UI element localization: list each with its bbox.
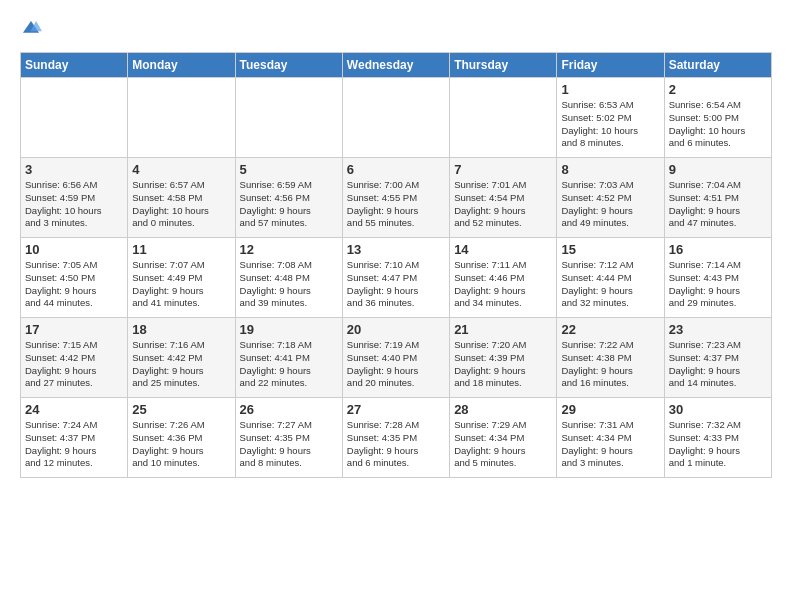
logo: [20, 18, 46, 40]
day-info: Sunrise: 7:05 AM Sunset: 4:50 PM Dayligh…: [25, 259, 123, 310]
day-number: 10: [25, 242, 123, 257]
day-number: 19: [240, 322, 338, 337]
day-info: Sunrise: 7:16 AM Sunset: 4:42 PM Dayligh…: [132, 339, 230, 390]
day-cell: 15Sunrise: 7:12 AM Sunset: 4:44 PM Dayli…: [557, 238, 664, 318]
header-saturday: Saturday: [664, 53, 771, 78]
day-info: Sunrise: 6:57 AM Sunset: 4:58 PM Dayligh…: [132, 179, 230, 230]
day-number: 30: [669, 402, 767, 417]
day-info: Sunrise: 6:56 AM Sunset: 4:59 PM Dayligh…: [25, 179, 123, 230]
day-number: 15: [561, 242, 659, 257]
day-info: Sunrise: 7:20 AM Sunset: 4:39 PM Dayligh…: [454, 339, 552, 390]
header-row: SundayMondayTuesdayWednesdayThursdayFrid…: [21, 53, 772, 78]
day-cell: [21, 78, 128, 158]
day-number: 29: [561, 402, 659, 417]
header-sunday: Sunday: [21, 53, 128, 78]
day-number: 16: [669, 242, 767, 257]
day-cell: 12Sunrise: 7:08 AM Sunset: 4:48 PM Dayli…: [235, 238, 342, 318]
day-info: Sunrise: 6:53 AM Sunset: 5:02 PM Dayligh…: [561, 99, 659, 150]
week-row-0: 1Sunrise: 6:53 AM Sunset: 5:02 PM Daylig…: [21, 78, 772, 158]
day-info: Sunrise: 7:27 AM Sunset: 4:35 PM Dayligh…: [240, 419, 338, 470]
day-cell: 26Sunrise: 7:27 AM Sunset: 4:35 PM Dayli…: [235, 398, 342, 478]
day-number: 17: [25, 322, 123, 337]
day-cell: 21Sunrise: 7:20 AM Sunset: 4:39 PM Dayli…: [450, 318, 557, 398]
day-cell: [450, 78, 557, 158]
day-info: Sunrise: 7:18 AM Sunset: 4:41 PM Dayligh…: [240, 339, 338, 390]
day-number: 13: [347, 242, 445, 257]
day-number: 22: [561, 322, 659, 337]
day-cell: 6Sunrise: 7:00 AM Sunset: 4:55 PM Daylig…: [342, 158, 449, 238]
header-thursday: Thursday: [450, 53, 557, 78]
week-row-4: 24Sunrise: 7:24 AM Sunset: 4:37 PM Dayli…: [21, 398, 772, 478]
day-info: Sunrise: 6:59 AM Sunset: 4:56 PM Dayligh…: [240, 179, 338, 230]
day-cell: 10Sunrise: 7:05 AM Sunset: 4:50 PM Dayli…: [21, 238, 128, 318]
day-cell: 9Sunrise: 7:04 AM Sunset: 4:51 PM Daylig…: [664, 158, 771, 238]
day-info: Sunrise: 7:11 AM Sunset: 4:46 PM Dayligh…: [454, 259, 552, 310]
header-tuesday: Tuesday: [235, 53, 342, 78]
day-number: 18: [132, 322, 230, 337]
day-cell: 24Sunrise: 7:24 AM Sunset: 4:37 PM Dayli…: [21, 398, 128, 478]
day-cell: 8Sunrise: 7:03 AM Sunset: 4:52 PM Daylig…: [557, 158, 664, 238]
calendar-body: 1Sunrise: 6:53 AM Sunset: 5:02 PM Daylig…: [21, 78, 772, 478]
day-info: Sunrise: 7:26 AM Sunset: 4:36 PM Dayligh…: [132, 419, 230, 470]
day-cell: 23Sunrise: 7:23 AM Sunset: 4:37 PM Dayli…: [664, 318, 771, 398]
day-number: 4: [132, 162, 230, 177]
day-number: 2: [669, 82, 767, 97]
day-cell: [128, 78, 235, 158]
week-row-3: 17Sunrise: 7:15 AM Sunset: 4:42 PM Dayli…: [21, 318, 772, 398]
logo-icon: [20, 18, 42, 40]
day-number: 1: [561, 82, 659, 97]
day-info: Sunrise: 7:03 AM Sunset: 4:52 PM Dayligh…: [561, 179, 659, 230]
week-row-2: 10Sunrise: 7:05 AM Sunset: 4:50 PM Dayli…: [21, 238, 772, 318]
day-info: Sunrise: 7:07 AM Sunset: 4:49 PM Dayligh…: [132, 259, 230, 310]
day-info: Sunrise: 7:31 AM Sunset: 4:34 PM Dayligh…: [561, 419, 659, 470]
day-info: Sunrise: 7:14 AM Sunset: 4:43 PM Dayligh…: [669, 259, 767, 310]
day-cell: 11Sunrise: 7:07 AM Sunset: 4:49 PM Dayli…: [128, 238, 235, 318]
day-number: 25: [132, 402, 230, 417]
header: [20, 18, 772, 40]
day-cell: 4Sunrise: 6:57 AM Sunset: 4:58 PM Daylig…: [128, 158, 235, 238]
day-number: 24: [25, 402, 123, 417]
calendar: SundayMondayTuesdayWednesdayThursdayFrid…: [20, 52, 772, 478]
day-number: 14: [454, 242, 552, 257]
day-cell: 28Sunrise: 7:29 AM Sunset: 4:34 PM Dayli…: [450, 398, 557, 478]
day-cell: 17Sunrise: 7:15 AM Sunset: 4:42 PM Dayli…: [21, 318, 128, 398]
day-number: 20: [347, 322, 445, 337]
day-number: 6: [347, 162, 445, 177]
day-info: Sunrise: 7:24 AM Sunset: 4:37 PM Dayligh…: [25, 419, 123, 470]
day-info: Sunrise: 6:54 AM Sunset: 5:00 PM Dayligh…: [669, 99, 767, 150]
day-info: Sunrise: 7:23 AM Sunset: 4:37 PM Dayligh…: [669, 339, 767, 390]
day-cell: 3Sunrise: 6:56 AM Sunset: 4:59 PM Daylig…: [21, 158, 128, 238]
day-cell: 20Sunrise: 7:19 AM Sunset: 4:40 PM Dayli…: [342, 318, 449, 398]
day-info: Sunrise: 7:28 AM Sunset: 4:35 PM Dayligh…: [347, 419, 445, 470]
day-cell: 2Sunrise: 6:54 AM Sunset: 5:00 PM Daylig…: [664, 78, 771, 158]
header-monday: Monday: [128, 53, 235, 78]
day-cell: 25Sunrise: 7:26 AM Sunset: 4:36 PM Dayli…: [128, 398, 235, 478]
day-info: Sunrise: 7:19 AM Sunset: 4:40 PM Dayligh…: [347, 339, 445, 390]
day-info: Sunrise: 7:32 AM Sunset: 4:33 PM Dayligh…: [669, 419, 767, 470]
day-info: Sunrise: 7:01 AM Sunset: 4:54 PM Dayligh…: [454, 179, 552, 230]
day-number: 23: [669, 322, 767, 337]
day-number: 3: [25, 162, 123, 177]
week-row-1: 3Sunrise: 6:56 AM Sunset: 4:59 PM Daylig…: [21, 158, 772, 238]
day-number: 8: [561, 162, 659, 177]
day-number: 7: [454, 162, 552, 177]
day-info: Sunrise: 7:10 AM Sunset: 4:47 PM Dayligh…: [347, 259, 445, 310]
day-number: 26: [240, 402, 338, 417]
day-cell: 13Sunrise: 7:10 AM Sunset: 4:47 PM Dayli…: [342, 238, 449, 318]
day-cell: 5Sunrise: 6:59 AM Sunset: 4:56 PM Daylig…: [235, 158, 342, 238]
day-info: Sunrise: 7:08 AM Sunset: 4:48 PM Dayligh…: [240, 259, 338, 310]
day-number: 28: [454, 402, 552, 417]
day-cell: 18Sunrise: 7:16 AM Sunset: 4:42 PM Dayli…: [128, 318, 235, 398]
day-cell: 14Sunrise: 7:11 AM Sunset: 4:46 PM Dayli…: [450, 238, 557, 318]
day-info: Sunrise: 7:12 AM Sunset: 4:44 PM Dayligh…: [561, 259, 659, 310]
day-cell: 1Sunrise: 6:53 AM Sunset: 5:02 PM Daylig…: [557, 78, 664, 158]
day-cell: 7Sunrise: 7:01 AM Sunset: 4:54 PM Daylig…: [450, 158, 557, 238]
day-cell: 29Sunrise: 7:31 AM Sunset: 4:34 PM Dayli…: [557, 398, 664, 478]
header-friday: Friday: [557, 53, 664, 78]
day-info: Sunrise: 7:15 AM Sunset: 4:42 PM Dayligh…: [25, 339, 123, 390]
day-cell: [342, 78, 449, 158]
day-cell: 30Sunrise: 7:32 AM Sunset: 4:33 PM Dayli…: [664, 398, 771, 478]
day-cell: 27Sunrise: 7:28 AM Sunset: 4:35 PM Dayli…: [342, 398, 449, 478]
day-number: 11: [132, 242, 230, 257]
day-number: 12: [240, 242, 338, 257]
